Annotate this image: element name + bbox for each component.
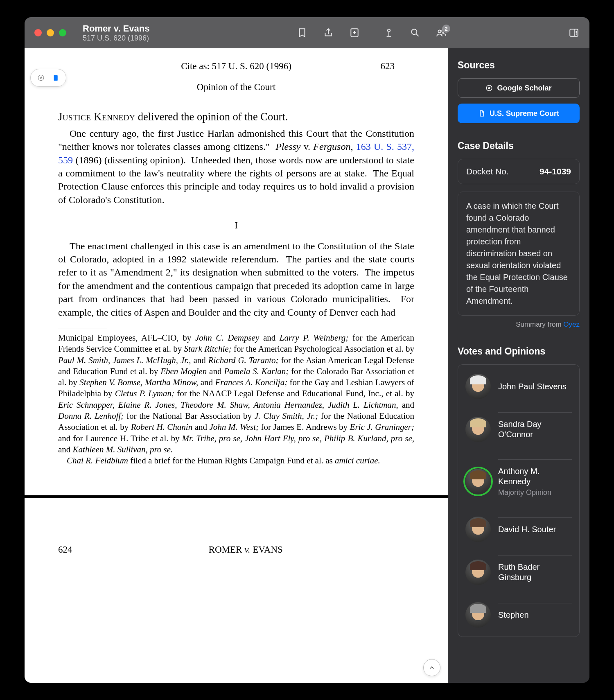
page-624-header: 624 ROMER v. EVANS	[25, 508, 448, 555]
justice-avatar	[465, 602, 491, 628]
svg-point-8	[576, 34, 576, 34]
justice-row[interactable]: Sandra Day O'Connor	[465, 406, 572, 453]
page-number-top: 623	[381, 60, 395, 72]
title-block: Romer v. Evans 517 U.S. 620 (1996)	[83, 23, 290, 43]
page-break	[25, 495, 448, 508]
justice-meta: John Paul Stevens	[498, 375, 572, 398]
toolbar: 2	[296, 27, 580, 38]
paragraph-1: One century ago, the first Justice Harla…	[58, 127, 414, 206]
votes-section: Votes and Opinions John Paul StevensSand…	[458, 346, 580, 637]
docket-label: Docket No.	[466, 167, 509, 176]
justice-name: Stephen	[498, 610, 572, 620]
details-sidebar: Sources Google Scholar U.S. Supreme Cour…	[448, 48, 589, 683]
search-icon[interactable]	[409, 27, 421, 38]
justice-row[interactable]: Ruth Bader Ginsburg	[465, 549, 572, 596]
justice-meta: Ruth Bader Ginsburg	[498, 555, 572, 589]
page-number-624: 624	[53, 544, 72, 555]
svg-point-2	[411, 29, 417, 34]
titlebar: Romer v. Evans 517 U.S. 620 (1996) 2	[25, 17, 589, 48]
download-icon[interactable]	[349, 27, 360, 38]
toggle-sidebar-icon[interactable]	[568, 27, 580, 38]
justice-meta: Stephen	[498, 603, 572, 627]
opinion-of-label: Opinion of the Court	[53, 81, 419, 93]
bookmark-icon[interactable]	[296, 27, 308, 38]
app-window: Romer v. Evans 517 U.S. 620 (1996) 2	[25, 17, 589, 683]
share-icon[interactable]	[323, 27, 334, 38]
people-icon[interactable]: 2	[436, 27, 447, 38]
svg-rect-10	[54, 75, 58, 81]
content-area: Cite as: 517 U. S. 620 (1996) 623 Opinio…	[25, 48, 589, 683]
justice-row[interactable]: David H. Souter	[465, 510, 572, 549]
justice-row[interactable]: Anthony M. KennedyMajority Opinion	[465, 453, 572, 510]
justice-avatar	[465, 417, 491, 442]
svg-point-1	[388, 29, 391, 32]
oyez-link[interactable]: Oyez	[563, 321, 580, 328]
opinion-lede: Justice Kennedy delivered the opinion of…	[58, 110, 419, 124]
cite-as-text: Cite as: 517 U. S. 620 (1996)	[181, 60, 291, 72]
justice-name: Ruth Bader Ginsburg	[498, 562, 572, 583]
justice-meta: Anthony M. KennedyMajority Opinion	[498, 459, 572, 504]
footnote-separator	[58, 328, 107, 328]
case-title: Romer v. Evans	[83, 23, 290, 34]
maximize-window-button[interactable]	[59, 29, 66, 36]
justice-meta: Sandra Day O'Connor	[498, 412, 572, 446]
paragraph-2: The enactment challenged in this case is…	[58, 239, 414, 319]
case-citation: 517 U.S. 620 (1996)	[83, 34, 290, 43]
justice-avatar	[465, 469, 491, 494]
source-supreme-label: U.S. Supreme Court	[490, 109, 559, 118]
footnote-text: Municipal Employees, AFL–CIO, by John C.…	[58, 332, 414, 467]
justice-role: Majority Opinion	[498, 488, 572, 497]
justice-avatar	[465, 517, 491, 542]
svg-point-6	[576, 32, 576, 33]
scroll-to-top-button[interactable]	[423, 659, 440, 676]
close-window-button[interactable]	[34, 29, 42, 36]
justice-name: John Paul Stevens	[498, 382, 572, 392]
svg-point-9	[38, 75, 44, 81]
page-623: Cite as: 517 U. S. 620 (1996) 623 Opinio…	[25, 48, 448, 476]
document-view-button[interactable]	[49, 72, 63, 84]
votes-heading: Votes and Opinions	[458, 346, 580, 357]
section-number: I	[53, 219, 419, 232]
pin-icon[interactable]	[383, 27, 395, 38]
summary-attribution: Summary from Oyez	[458, 321, 580, 329]
justice-name: David H. Souter	[498, 524, 572, 535]
people-badge: 2	[442, 25, 450, 33]
votes-list: John Paul StevensSandra Day O'ConnorAnth…	[458, 364, 580, 637]
case-details-heading: Case Details	[458, 140, 580, 151]
svg-point-7	[576, 31, 576, 32]
svg-point-11	[487, 85, 492, 91]
sources-heading: Sources	[458, 60, 580, 71]
justice-row[interactable]: John Paul Stevens	[465, 367, 572, 406]
case-details-section: Case Details Docket No. 94-1039 A case i…	[458, 140, 580, 329]
view-mode-pill	[30, 69, 66, 87]
docket-card: Docket No. 94-1039	[458, 159, 580, 184]
source-google-label: Google Scholar	[497, 84, 551, 93]
source-google-scholar-button[interactable]: Google Scholar	[458, 78, 580, 98]
justice-avatar	[465, 560, 491, 585]
justice-row[interactable]: Stephen	[465, 596, 572, 634]
compass-view-button[interactable]	[34, 72, 48, 84]
justice-name: Sandra Day O'Connor	[498, 419, 572, 440]
page-624-case-title: ROMER v. EVANS	[72, 544, 420, 555]
docket-value: 94-1039	[540, 167, 571, 176]
svg-point-3	[438, 30, 441, 33]
document-pane[interactable]: Cite as: 517 U. S. 620 (1996) 623 Opinio…	[25, 48, 448, 683]
minimize-window-button[interactable]	[47, 29, 54, 36]
justice-meta: David H. Souter	[498, 517, 572, 541]
traffic-lights	[34, 29, 66, 36]
justice-avatar	[465, 374, 491, 399]
source-supreme-court-button[interactable]: U.S. Supreme Court	[458, 104, 580, 123]
justice-name: Anthony M. Kennedy	[498, 466, 572, 487]
summary-card: A case in which the Court found a Colora…	[458, 192, 580, 316]
